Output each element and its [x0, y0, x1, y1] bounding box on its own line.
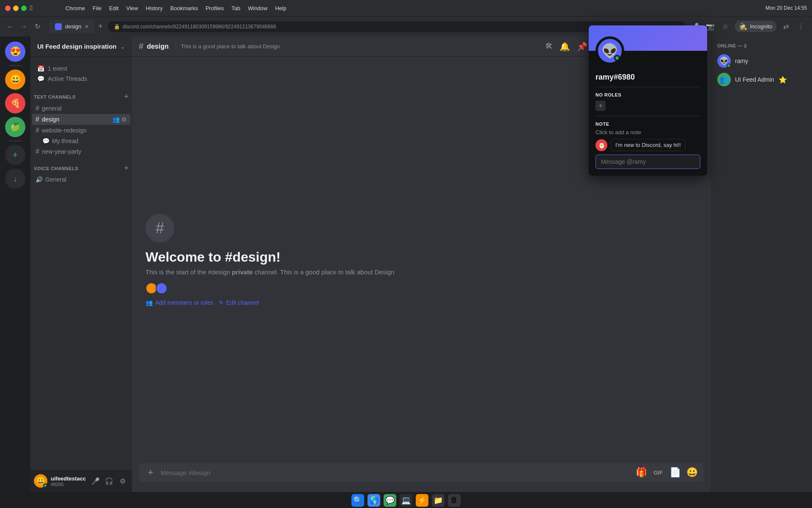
profile-message-input[interactable]: [595, 155, 700, 169]
dock-icon-messages[interactable]: 💬: [384, 494, 396, 507]
bookmark-button[interactable]: ☆: [719, 21, 731, 33]
new-tab-button[interactable]: +: [96, 22, 104, 31]
server-icon-2[interactable]: 🍕: [5, 93, 25, 113]
menu-file[interactable]: File: [93, 5, 102, 11]
member-item-uifeedadmin[interactable]: 👥 UI Feed Admin ⭐: [714, 70, 809, 89]
profile-note-click[interactable]: Click to add a note: [595, 129, 700, 135]
menu-history[interactable]: History: [145, 5, 162, 11]
sidebar-active-threads[interactable]: 💬 Active Threads: [34, 74, 129, 84]
dock-icon-lightning[interactable]: ⚡: [416, 494, 428, 507]
server-icon-3[interactable]: 🍏: [5, 117, 25, 137]
edit-channel-link[interactable]: ✎ Edit channel: [219, 299, 259, 306]
profile-username: ramy#6980: [595, 73, 635, 81]
member-ramy-online-dot: [727, 64, 731, 68]
reload-button[interactable]: ↻: [32, 22, 42, 32]
sticker-button[interactable]: 📄: [668, 463, 682, 482]
channel-sidebar: UI Feed design inspiration ⌄ 📅 1 event 💬…: [30, 36, 132, 492]
hash-icon-newyearparty: #: [36, 148, 39, 155]
user-panel-actions: 🎤 🎧 ⚙: [90, 475, 129, 487]
minimize-button[interactable]: [13, 6, 19, 11]
menu-window[interactable]: Window: [248, 5, 267, 11]
event-icon: 📅: [37, 65, 44, 72]
gif-button[interactable]: GIF: [651, 463, 665, 482]
bell-icon[interactable]: 🔔: [560, 41, 570, 52]
channel-welcome-description: This is the start of the #design private…: [145, 268, 697, 276]
channel-item-new-year-party[interactable]: # new-year-party: [32, 146, 130, 157]
server-header[interactable]: UI Feed design inspiration ⌄: [30, 36, 132, 57]
edit-channel-icon: ✎: [219, 299, 224, 306]
apple-icon: : [30, 4, 33, 12]
member-avatars: [145, 282, 697, 294]
channel-design-actions: 👥 ⚙: [112, 116, 127, 123]
hash-threads-icon[interactable]: 🛠: [545, 42, 553, 51]
dock-icon-finder[interactable]: 🔍: [351, 494, 364, 507]
menu-bookmarks[interactable]: Bookmarks: [170, 5, 198, 11]
profile-body: ramy#6980 NO ROLES + NOTE Click to add a…: [589, 66, 707, 176]
member-item-ramy[interactable]: 👽 ramy: [714, 52, 809, 70]
server-icon-home[interactable]: 😍: [5, 41, 25, 62]
forward-button[interactable]: →: [19, 22, 29, 32]
download-discord-button[interactable]: ↓: [5, 168, 25, 189]
voice-channels-header[interactable]: VOICE CHANNELS +: [30, 157, 132, 174]
tab-close-button[interactable]: ✕: [85, 24, 89, 30]
add-role-button[interactable]: +: [595, 101, 606, 111]
channel-item-website-redesign[interactable]: # website-redesign: [32, 125, 130, 136]
dock: 🔍 🌎 💬 💻 ⚡ 📁 🗑: [0, 492, 812, 508]
menu-tab[interactable]: Tab: [231, 5, 240, 11]
mic-button[interactable]: 🎤: [90, 475, 102, 487]
tooltip-avatar: 🎅: [595, 139, 607, 151]
headset-button[interactable]: 🎧: [103, 475, 115, 487]
text-channels-title: TEXT CHANNELS: [34, 94, 76, 99]
sidebar-event[interactable]: 📅 1 event: [34, 64, 129, 74]
pin-icon[interactable]: 📌: [577, 41, 587, 52]
zoom-button[interactable]: ⇄: [780, 21, 792, 33]
thread-item-my-thread[interactable]: 💬 My thread: [39, 136, 130, 146]
add-members-link[interactable]: 👥 Add members or roles: [145, 299, 214, 306]
message-input[interactable]: [161, 464, 631, 481]
channel-item-design[interactable]: # design 👥 ⚙: [32, 114, 130, 125]
titlebar-right: Mon 20 Dec 14:55: [765, 5, 807, 11]
discord-app: 😍 😀 🍕 🍏 + ↓ UI Feed design inspiration ⌄…: [0, 36, 812, 492]
menu-edit[interactable]: Edit: [109, 5, 118, 11]
add-channel-button[interactable]: +: [124, 92, 129, 101]
dock-icon-screen[interactable]: 💻: [400, 494, 412, 507]
channel-header-description: This is a good place to talk about Desig…: [176, 43, 280, 50]
menu-profiles[interactable]: Profiles: [206, 5, 224, 11]
members-icon[interactable]: 👥: [112, 116, 120, 123]
emoji-button[interactable]: 😀: [685, 463, 699, 482]
server-icon-1[interactable]: 😀: [5, 69, 25, 90]
back-button[interactable]: ←: [5, 22, 15, 32]
tooltip-text: I'm new to Discord, say hi!!: [615, 142, 681, 148]
channel-name-general: general: [42, 105, 127, 112]
more-button[interactable]: ⋮: [795, 21, 807, 33]
url-text: discord.com/channels/922491180309159986/…: [123, 24, 276, 30]
browser-tab[interactable]: design ✕: [49, 20, 95, 33]
gift-button[interactable]: 🎁: [634, 463, 648, 482]
channel-item-general-voice[interactable]: 🔊 General: [32, 174, 130, 185]
add-server-button[interactable]: +: [5, 145, 25, 165]
welcome-desc-end: channel. This is a good place to talk ab…: [252, 268, 394, 276]
channel-item-general[interactable]: # general: [32, 103, 130, 114]
close-button[interactable]: [5, 6, 11, 11]
dock-icon-chrome[interactable]: 🌎: [368, 494, 380, 507]
menu-view[interactable]: View: [126, 5, 138, 11]
voice-channels-title: VOICE CHANNELS: [34, 166, 78, 171]
add-attachment-button[interactable]: +: [144, 463, 157, 482]
text-channels-header[interactable]: TEXT CHANNELS +: [30, 86, 132, 103]
dock-icon-trash[interactable]: 🗑: [448, 494, 461, 507]
welcome-desc-bold: private: [232, 268, 252, 276]
profile-no-roles-title: NO ROLES: [595, 92, 700, 97]
menu-help[interactable]: Help: [275, 5, 286, 11]
titlebar:  Chrome File Edit View History Bookmark…: [0, 0, 812, 16]
user-settings-button[interactable]: ⚙: [117, 475, 129, 487]
dock-icon-files[interactable]: 📁: [432, 494, 444, 507]
profile-username-area: ramy#6980: [595, 73, 700, 82]
add-voice-channel-button[interactable]: +: [124, 164, 129, 173]
profile-avatar-area: 👽: [589, 51, 707, 66]
menu-chrome[interactable]: Chrome: [66, 5, 85, 11]
settings-icon[interactable]: ⚙: [121, 116, 127, 123]
hash-icon-websiteredesign: #: [36, 127, 39, 134]
member-name-uifeedadmin: UI Feed Admin: [735, 76, 774, 83]
incognito-button[interactable]: 🕵 Incognito: [735, 21, 776, 32]
maximize-button[interactable]: [21, 6, 27, 11]
